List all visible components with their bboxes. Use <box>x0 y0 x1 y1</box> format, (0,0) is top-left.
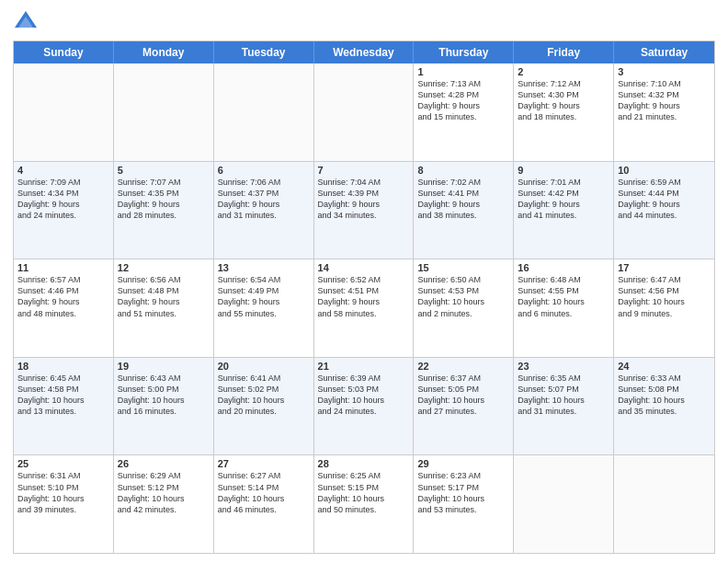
header-day-monday: Monday <box>114 41 214 63</box>
day-info: Sunrise: 7:06 AMSunset: 4:37 PMDaylight:… <box>218 177 310 222</box>
day-number: 15 <box>417 262 509 273</box>
calendar-week-2: 4Sunrise: 7:09 AMSunset: 4:34 PMDaylight… <box>14 161 714 259</box>
day-number: 2 <box>518 66 609 77</box>
day-cell-20: 20Sunrise: 6:41 AMSunset: 5:02 PMDayligh… <box>214 358 314 455</box>
header-day-thursday: Thursday <box>414 41 514 63</box>
day-cell-27: 27Sunrise: 6:27 AMSunset: 5:14 PMDayligh… <box>214 455 314 553</box>
day-number: 5 <box>118 165 210 176</box>
day-info: Sunrise: 7:10 AMSunset: 4:32 PMDaylight:… <box>618 78 711 123</box>
day-info: Sunrise: 6:31 AMSunset: 5:10 PMDaylight:… <box>17 470 109 515</box>
day-info: Sunrise: 6:41 AMSunset: 5:02 PMDaylight:… <box>218 373 310 418</box>
day-info: Sunrise: 7:09 AMSunset: 4:34 PMDaylight:… <box>17 177 109 222</box>
header-day-saturday: Saturday <box>614 41 714 63</box>
day-cell-21: 21Sunrise: 6:39 AMSunset: 5:03 PMDayligh… <box>314 358 415 455</box>
logo <box>13 9 42 35</box>
day-cell-11: 11Sunrise: 6:57 AMSunset: 4:46 PMDayligh… <box>14 259 114 357</box>
day-cell-22: 22Sunrise: 6:37 AMSunset: 5:05 PMDayligh… <box>414 358 514 455</box>
calendar-week-5: 25Sunrise: 6:31 AMSunset: 5:10 PMDayligh… <box>14 454 714 553</box>
logo-icon <box>13 9 39 35</box>
day-info: Sunrise: 6:47 AMSunset: 4:56 PMDaylight:… <box>618 274 711 319</box>
day-cell-16: 16Sunrise: 6:48 AMSunset: 4:55 PMDayligh… <box>514 259 614 357</box>
day-cell-29: 29Sunrise: 6:23 AMSunset: 5:17 PMDayligh… <box>414 455 514 553</box>
header-day-sunday: Sunday <box>14 41 114 63</box>
header-day-tuesday: Tuesday <box>214 41 314 63</box>
day-number: 1 <box>417 66 509 77</box>
empty-cell <box>214 63 314 161</box>
empty-cell <box>114 63 214 161</box>
day-number: 12 <box>118 262 210 273</box>
day-cell-28: 28Sunrise: 6:25 AMSunset: 5:15 PMDayligh… <box>314 455 415 553</box>
day-number: 21 <box>318 361 410 372</box>
day-number: 7 <box>318 165 410 176</box>
calendar-week-3: 11Sunrise: 6:57 AMSunset: 4:46 PMDayligh… <box>14 259 714 357</box>
day-number: 13 <box>218 262 310 273</box>
day-cell-7: 7Sunrise: 7:04 AMSunset: 4:39 PMDaylight… <box>314 162 415 259</box>
day-cell-23: 23Sunrise: 6:35 AMSunset: 5:07 PMDayligh… <box>514 358 614 455</box>
day-number: 17 <box>618 262 711 273</box>
day-number: 6 <box>218 165 310 176</box>
day-info: Sunrise: 6:23 AMSunset: 5:17 PMDaylight:… <box>417 470 509 515</box>
day-info: Sunrise: 6:56 AMSunset: 4:48 PMDaylight:… <box>118 274 210 319</box>
day-info: Sunrise: 7:13 AMSunset: 4:28 PMDaylight:… <box>417 78 509 123</box>
calendar-header: SundayMondayTuesdayWednesdayThursdayFrid… <box>14 41 714 63</box>
day-cell-24: 24Sunrise: 6:33 AMSunset: 5:08 PMDayligh… <box>614 358 714 455</box>
empty-cell <box>314 63 415 161</box>
day-number: 26 <box>118 458 210 469</box>
header <box>13 9 715 35</box>
day-info: Sunrise: 6:27 AMSunset: 5:14 PMDaylight:… <box>218 470 310 515</box>
day-number: 19 <box>118 361 210 372</box>
header-day-wednesday: Wednesday <box>314 41 415 63</box>
day-info: Sunrise: 6:50 AMSunset: 4:53 PMDaylight:… <box>417 274 509 319</box>
day-cell-14: 14Sunrise: 6:52 AMSunset: 4:51 PMDayligh… <box>314 259 415 357</box>
day-cell-3: 3Sunrise: 7:10 AMSunset: 4:32 PMDaylight… <box>614 63 714 161</box>
day-number: 25 <box>17 458 109 469</box>
day-cell-25: 25Sunrise: 6:31 AMSunset: 5:10 PMDayligh… <box>14 455 114 553</box>
day-info: Sunrise: 6:37 AMSunset: 5:05 PMDaylight:… <box>417 373 509 418</box>
day-number: 20 <box>218 361 310 372</box>
day-cell-4: 4Sunrise: 7:09 AMSunset: 4:34 PMDaylight… <box>14 162 114 259</box>
day-info: Sunrise: 6:43 AMSunset: 5:00 PMDaylight:… <box>118 373 210 418</box>
day-cell-18: 18Sunrise: 6:45 AMSunset: 4:58 PMDayligh… <box>14 358 114 455</box>
day-number: 3 <box>618 66 711 77</box>
empty-cell <box>514 455 614 553</box>
day-info: Sunrise: 6:29 AMSunset: 5:12 PMDaylight:… <box>118 470 210 515</box>
day-cell-2: 2Sunrise: 7:12 AMSunset: 4:30 PMDaylight… <box>514 63 614 161</box>
calendar-week-1: 1Sunrise: 7:13 AMSunset: 4:28 PMDaylight… <box>14 63 714 161</box>
calendar-week-4: 18Sunrise: 6:45 AMSunset: 4:58 PMDayligh… <box>14 357 714 455</box>
day-cell-15: 15Sunrise: 6:50 AMSunset: 4:53 PMDayligh… <box>414 259 514 357</box>
header-day-friday: Friday <box>514 41 614 63</box>
day-number: 10 <box>618 165 711 176</box>
day-cell-26: 26Sunrise: 6:29 AMSunset: 5:12 PMDayligh… <box>114 455 214 553</box>
day-info: Sunrise: 6:52 AMSunset: 4:51 PMDaylight:… <box>318 274 410 319</box>
day-number: 8 <box>417 165 509 176</box>
day-number: 22 <box>417 361 509 372</box>
empty-cell <box>614 455 714 553</box>
day-number: 9 <box>518 165 609 176</box>
day-info: Sunrise: 7:01 AMSunset: 4:42 PMDaylight:… <box>518 177 609 222</box>
calendar: SundayMondayTuesdayWednesdayThursdayFrid… <box>13 40 715 554</box>
day-number: 11 <box>17 262 109 273</box>
day-number: 14 <box>318 262 410 273</box>
day-cell-19: 19Sunrise: 6:43 AMSunset: 5:00 PMDayligh… <box>114 358 214 455</box>
day-info: Sunrise: 6:57 AMSunset: 4:46 PMDaylight:… <box>17 274 109 319</box>
calendar-body: 1Sunrise: 7:13 AMSunset: 4:28 PMDaylight… <box>14 63 714 553</box>
day-info: Sunrise: 6:45 AMSunset: 4:58 PMDaylight:… <box>17 373 109 418</box>
day-cell-9: 9Sunrise: 7:01 AMSunset: 4:42 PMDaylight… <box>514 162 614 259</box>
day-cell-13: 13Sunrise: 6:54 AMSunset: 4:49 PMDayligh… <box>214 259 314 357</box>
day-number: 28 <box>318 458 410 469</box>
day-info: Sunrise: 7:02 AMSunset: 4:41 PMDaylight:… <box>417 177 509 222</box>
empty-cell <box>14 63 114 161</box>
day-info: Sunrise: 7:07 AMSunset: 4:35 PMDaylight:… <box>118 177 210 222</box>
day-cell-1: 1Sunrise: 7:13 AMSunset: 4:28 PMDaylight… <box>414 63 514 161</box>
day-info: Sunrise: 7:04 AMSunset: 4:39 PMDaylight:… <box>318 177 410 222</box>
day-cell-10: 10Sunrise: 6:59 AMSunset: 4:44 PMDayligh… <box>614 162 714 259</box>
day-cell-5: 5Sunrise: 7:07 AMSunset: 4:35 PMDaylight… <box>114 162 214 259</box>
day-number: 27 <box>218 458 310 469</box>
day-number: 29 <box>417 458 509 469</box>
day-number: 16 <box>518 262 609 273</box>
day-info: Sunrise: 6:25 AMSunset: 5:15 PMDaylight:… <box>318 470 410 515</box>
day-info: Sunrise: 6:59 AMSunset: 4:44 PMDaylight:… <box>618 177 711 222</box>
day-info: Sunrise: 6:48 AMSunset: 4:55 PMDaylight:… <box>518 274 609 319</box>
day-cell-6: 6Sunrise: 7:06 AMSunset: 4:37 PMDaylight… <box>214 162 314 259</box>
day-cell-12: 12Sunrise: 6:56 AMSunset: 4:48 PMDayligh… <box>114 259 214 357</box>
